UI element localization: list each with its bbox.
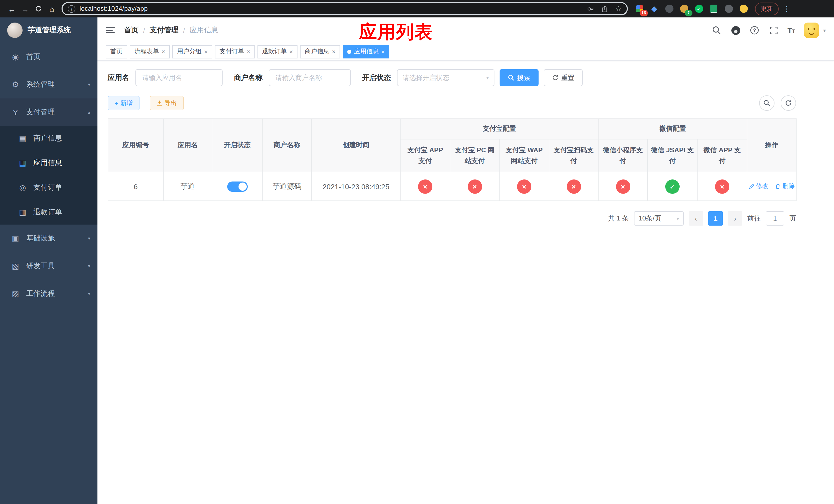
tab-close-icon[interactable]: × — [332, 48, 335, 54]
extension-green-check-icon[interactable]: ✓ — [694, 4, 704, 14]
extension-dark-icon[interactable] — [664, 4, 674, 14]
breadcrumb-payment[interactable]: 支付管理 — [150, 26, 178, 35]
app-grid-icon: ▦ — [16, 158, 29, 168]
status-select-placeholder: 请选择开启状态 — [403, 73, 449, 82]
page-1-button[interactable]: 1 — [708, 211, 723, 226]
cell-app-name: 芋道 — [163, 172, 212, 201]
reset-button-label: 重置 — [561, 73, 574, 82]
sidebar-logo[interactable]: 芋道管理系统 — [0, 18, 97, 43]
sidebar-item-infrastructure[interactable]: ▣ 基础设施 ▾ — [0, 225, 97, 252]
share-icon[interactable] — [601, 5, 609, 13]
sidebar-item-label: 退款订单 — [33, 208, 62, 217]
chevron-down-icon: ▾ — [88, 82, 90, 87]
fullscreen-icon[interactable] — [769, 25, 779, 36]
tab-close-icon[interactable]: × — [381, 48, 385, 54]
search-button[interactable]: 搜索 — [500, 69, 539, 86]
tab-merchant-info[interactable]: 商户信息 × — [300, 45, 340, 58]
total-count: 共 1 条 — [608, 214, 629, 223]
chevron-down-icon: ▾ — [88, 236, 90, 241]
password-key-icon[interactable] — [587, 5, 595, 13]
avatar-caret-icon: ▾ — [823, 27, 826, 33]
browser-reload-icon[interactable] — [32, 2, 45, 15]
browser-home-icon[interactable]: ⌂ — [45, 2, 59, 15]
next-page-button[interactable]: › — [728, 211, 742, 226]
address-bar-tools: ☆ — [587, 5, 622, 13]
sidebar-item-dev-tools[interactable]: ▧ 研发工具 ▾ — [0, 252, 97, 280]
sidebar-item-app-info[interactable]: ▦ 应用信息 — [0, 151, 97, 175]
col-header-alipay-wap: 支付宝 WAP 网站支付 — [499, 139, 549, 172]
breadcrumb-home[interactable]: 首页 — [124, 26, 138, 35]
gear-icon: ⚙ — [9, 80, 22, 89]
address-bar[interactable]: i localhost:1024/pay/app ☆ — [62, 2, 628, 15]
refresh-table-button[interactable] — [781, 95, 796, 111]
github-icon[interactable] — [731, 25, 741, 36]
tab-close-icon[interactable]: × — [289, 48, 293, 54]
delete-link[interactable]: 删除 — [775, 182, 795, 191]
tab-refund-orders[interactable]: 退款订单 × — [258, 45, 298, 58]
sidebar-item-workflow[interactable]: ▨ 工作流程 ▾ — [0, 280, 97, 307]
site-info-icon[interactable]: i — [68, 5, 75, 13]
page-size-select[interactable]: 10条/页 ▾ — [634, 211, 684, 226]
extension-diamond-icon[interactable]: ◆ — [649, 4, 659, 14]
wx-app-status-icon: × — [715, 179, 729, 193]
help-icon[interactable]: ? — [750, 25, 760, 36]
sidebar-item-merchant-info[interactable]: ▤ 商户信息 — [0, 126, 97, 151]
sidebar-item-pay-orders[interactable]: ◎ 支付订单 — [0, 175, 97, 200]
extension-docs-icon[interactable] — [709, 4, 719, 14]
export-button[interactable]: 导出 — [150, 96, 183, 110]
status-select[interactable]: 请选择开启状态 ▾ — [397, 69, 495, 86]
col-header-actions: 操作 — [747, 119, 796, 172]
sidebar-item-label: 研发工具 — [26, 261, 55, 271]
avatar-mouth — [809, 32, 814, 35]
logo-avatar — [7, 23, 23, 38]
hamburger-icon[interactable] — [106, 27, 115, 33]
browser-forward-icon[interactable]: → — [19, 2, 32, 15]
tab-home[interactable]: 首页 — [106, 45, 127, 58]
docs-glyph — [710, 5, 717, 13]
delete-link-label: 删除 — [783, 182, 795, 191]
cell-wx-app: × — [697, 172, 747, 201]
reset-button[interactable]: 重置 — [544, 69, 583, 86]
extension-badge: 10 — [640, 9, 648, 16]
goto-page-input[interactable] — [766, 211, 784, 226]
extension-pin-icon[interactable] — [724, 4, 733, 14]
tab-close-icon[interactable]: × — [161, 48, 165, 54]
prev-page-button[interactable]: ‹ — [689, 211, 703, 226]
page-annotation-title: 应用列表 — [359, 20, 433, 44]
show-search-toggle-button[interactable] — [759, 95, 774, 111]
sidebar-menu: ◉ 首页 ⚙ 系统管理 ▾ ¥ 支付管理 ▴ ▤ 商户信息 — [0, 43, 97, 307]
chrome-update-button[interactable]: 更新 — [755, 2, 778, 15]
merchant-card-icon: ▤ — [16, 134, 29, 143]
tab-close-icon[interactable]: × — [247, 48, 250, 54]
col-header-created: 创建时间 — [312, 119, 400, 172]
tab-pay-orders[interactable]: 支付订单 × — [215, 45, 255, 58]
tab-flow-form[interactable]: 流程表单 × — [130, 45, 170, 58]
sidebar-item-payment[interactable]: ¥ 支付管理 ▴ — [0, 98, 97, 126]
enabled-toggle[interactable] — [227, 181, 247, 191]
merchant-name-input[interactable] — [269, 74, 350, 82]
bookmark-star-icon[interactable]: ☆ — [615, 5, 622, 13]
sidebar-item-system[interactable]: ⚙ 系统管理 ▾ — [0, 71, 97, 98]
face-glyph — [739, 5, 748, 13]
extension-colorful-icon[interactable]: 10 — [635, 4, 644, 14]
tab-app-info-active[interactable]: 应用信息 × — [343, 45, 389, 58]
font-size-icon[interactable]: TT — [788, 26, 795, 34]
extension-badge: 1 — [685, 9, 693, 16]
sidebar-item-home[interactable]: ◉ 首页 — [0, 43, 97, 71]
extension-hamster-icon[interactable]: 1 — [679, 4, 689, 14]
sidebar-item-label: 支付订单 — [33, 183, 62, 192]
app-shell: 芋道管理系统 ◉ 首页 ⚙ 系统管理 ▾ ¥ 支付管理 ▴ — [0, 18, 834, 504]
app-name-input[interactable] — [136, 74, 222, 82]
browser-back-icon[interactable]: ← — [5, 2, 19, 15]
extension-avatar-icon[interactable] — [739, 4, 748, 14]
status-label: 开启状态 — [362, 73, 391, 82]
filter-form: 应用名 商户名称 开启状态 请选择开启状态 ▾ 搜索 — [108, 69, 796, 86]
sidebar-item-refund-orders[interactable]: ▥ 退款订单 — [0, 200, 97, 225]
tab-user-group[interactable]: 用户分组 × — [172, 45, 212, 58]
browser-menu-icon[interactable]: ⋮ — [783, 5, 790, 13]
tab-close-icon[interactable]: × — [204, 48, 208, 54]
user-avatar[interactable] — [804, 23, 819, 38]
edit-link[interactable]: 修改 — [749, 182, 768, 191]
add-button[interactable]: + 新增 — [108, 96, 139, 110]
search-icon[interactable] — [712, 25, 722, 36]
